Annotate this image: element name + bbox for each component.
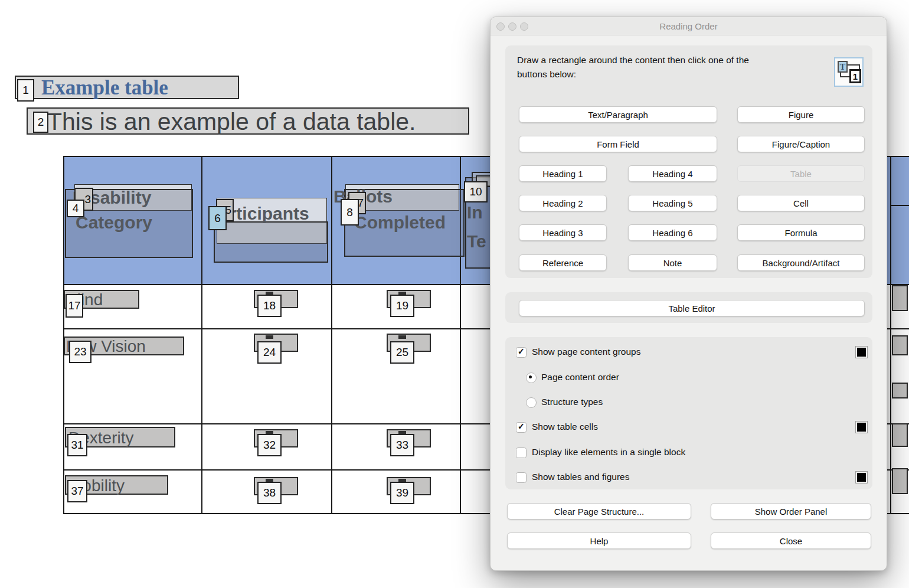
reading-order-tag-1[interactable]: 1 [17,79,34,102]
reading-order-tag-8[interactable]: 8 [341,199,359,226]
reading-order-tag-38[interactable]: 38 [257,482,282,504]
cell-button[interactable]: Cell [737,195,865,211]
icon-number-1: 1 [849,69,861,83]
reading-order-tag-31[interactable]: 31 [67,434,87,456]
table-border-sliver [891,205,909,206]
heading-3-button[interactable]: Heading 3 [519,224,607,241]
hidden-value-sliver [266,335,273,339]
text-paragraph-button[interactable]: Text/Paragraph [519,106,717,123]
show-table-cells-label: Show table cells [532,422,598,432]
instruction-text-line1: Draw a rectangle around the content then… [517,55,749,66]
heading-1-button[interactable]: Heading 1 [519,165,607,182]
document-heading: Example table [41,76,168,100]
options-panel [505,337,872,489]
show-table-cells-checkbox[interactable] [516,422,527,433]
show-order-panel-button[interactable]: Show Order Panel [711,503,871,520]
icon-letter-t: T [838,61,848,73]
content-group-box [214,221,328,263]
tag-buttons-panel [505,45,872,278]
reading-order-tag-37[interactable]: 37 [67,480,87,502]
reading-order-tag-19[interactable]: 19 [390,295,414,317]
note-button[interactable]: Note [628,254,717,271]
figure-button[interactable]: Figure [737,106,865,123]
reading-order-tag-18[interactable]: 18 [257,295,282,317]
instruction-text-line2: buttons below: [517,69,576,80]
content-groups-color-swatch[interactable] [855,346,868,358]
content-group-box [892,335,908,355]
dialog-title: Reading Order [491,21,887,31]
reading-order-tag-24[interactable]: 24 [257,341,282,364]
table-border-col1 [201,156,202,514]
reading-order-tag-39[interactable]: 39 [390,482,414,504]
show-page-content-groups-label: Show page content groups [532,347,640,357]
heading-5-button[interactable]: Heading 5 [628,195,717,211]
reading-order-tag-25[interactable]: 25 [390,341,414,364]
figure-caption-button[interactable]: Figure/Caption [737,136,865,152]
help-button[interactable]: Help [507,533,691,549]
table-editor-button[interactable]: Table Editor [519,300,865,316]
show-tables-figures-label: Show tables and figures [532,472,629,482]
reading-order-tag-33[interactable]: 33 [390,434,414,456]
show-tables-figures-checkbox[interactable] [516,472,527,483]
background-artifact-button[interactable]: Background/Artifact [737,254,865,271]
reading-order-tool-icon: T 1 [834,57,864,87]
table-border-col4 [890,156,891,514]
structure-types-label: Structure types [541,397,603,407]
table-cells-color-swatch[interactable] [855,421,868,433]
table-border-col2 [331,156,332,514]
reading-order-tag-6-selected[interactable]: 6 [208,206,227,230]
reading-order-tag-17[interactable]: 17 [66,294,83,318]
header-col1-line2: Category [76,213,152,233]
form-field-button[interactable]: Form Field [519,136,717,152]
reading-order-tag-23[interactable]: 23 [69,341,91,363]
table-button: Table [737,165,865,182]
header-col3-line2: Completed [354,213,446,233]
document-paragraph: This is an example of a data table. [47,108,416,136]
display-like-elements-checkbox[interactable] [516,447,527,458]
content-group-box [892,383,908,398]
table-border-left [63,156,64,514]
reference-button[interactable]: Reference [519,254,607,271]
header-col4-line1: In [467,202,483,223]
content-group-box [892,423,908,447]
show-page-content-groups-checkbox[interactable] [516,347,527,358]
page-content-order-radio[interactable] [526,373,537,383]
reading-order-tag-4[interactable]: 4 [67,200,84,217]
header-col4-line2: Te [467,231,486,251]
hidden-value-sliver [398,335,406,339]
content-group-box [892,285,908,311]
heading-6-button[interactable]: Heading 6 [628,224,717,241]
heading-2-button[interactable]: Heading 2 [519,195,607,211]
reading-order-tag-10[interactable]: 10 [464,181,488,202]
reading-order-dialog: Reading Order Draw a rectangle around th… [490,17,887,571]
reading-order-tag-2[interactable]: 2 [33,112,48,133]
tables-figures-color-swatch[interactable] [855,471,868,484]
clear-page-structure-button[interactable]: Clear Page Structure... [507,503,691,520]
display-like-elements-label: Display like elements in a single block [532,447,685,458]
dialog-titlebar[interactable]: Reading Order [491,17,887,35]
reading-order-tag-32[interactable]: 32 [257,434,282,456]
page-content-order-label: Page content order [541,372,619,383]
formula-button[interactable]: Formula [737,224,865,241]
heading-4-button[interactable]: Heading 4 [628,165,717,182]
close-button[interactable]: Close [711,533,871,549]
structure-types-radio[interactable] [526,397,537,408]
content-group-box [892,468,908,494]
